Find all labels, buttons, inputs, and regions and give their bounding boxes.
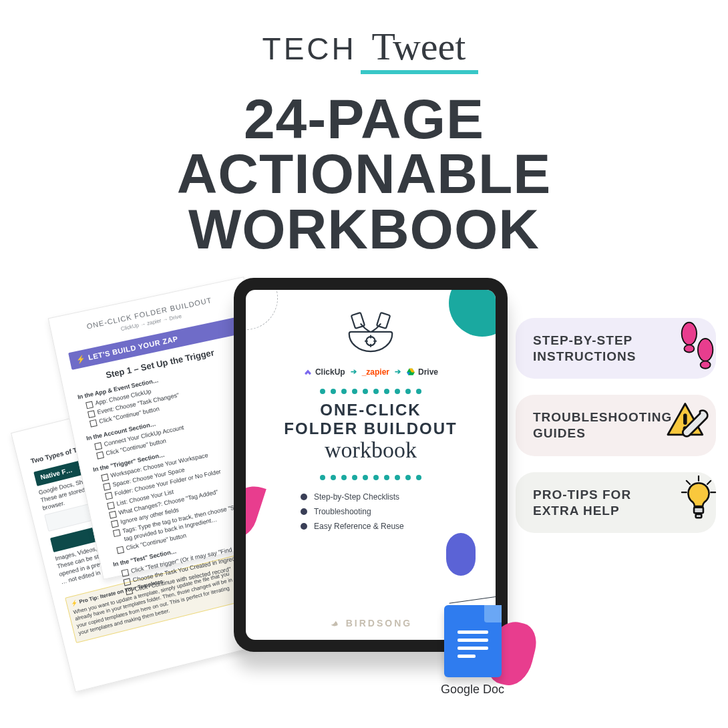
svg-point-3 [682, 322, 697, 345]
pill-text: GUIDES [533, 426, 586, 440]
svg-rect-7 [683, 414, 687, 425]
flow-zapier: _zapier [362, 367, 389, 377]
flow-drive: Drive [406, 367, 438, 377]
workbook-subtitle: workbook [264, 437, 477, 463]
flow-clickup: ClickUp [303, 367, 345, 377]
svg-rect-15 [696, 514, 702, 518]
headline-line2: ACTIONABLE [0, 146, 728, 201]
tablet-mockup: ClickUp ➔ _zapier ➔ Drive ONE-CLICK FOLD… [234, 278, 508, 652]
flow-drive-label: Drive [418, 367, 438, 377]
headline-line1: 24-PAGE [0, 92, 728, 146]
workbook-title-l1: ONE-CLICK [320, 401, 421, 419]
svg-line-11 [707, 480, 711, 484]
brand-part1: TECH [262, 31, 357, 66]
dot-row [264, 475, 477, 480]
svg-rect-14 [694, 507, 703, 513]
tablet-screen: ClickUp ➔ _zapier ➔ Drive ONE-CLICK FOLD… [246, 290, 496, 640]
lightbulb-icon [677, 475, 720, 531]
pill-protips: PRO-TIPS FOR EXTRA HELP [516, 472, 716, 534]
bullet-item: Step-by-Step Checklists [314, 492, 399, 502]
pill-text: EXTRA HELP [533, 504, 620, 518]
pill-text: STEP-BY-STEP [533, 333, 632, 347]
brand-underline [361, 70, 478, 74]
svg-line-10 [687, 480, 690, 484]
pill-step-by-step: STEP-BY-STEP INSTRUCTIONS [516, 318, 716, 379]
footsteps-icon [675, 319, 720, 379]
svg-point-6 [701, 361, 711, 368]
pill-text: PRO-TIPS FOR [533, 488, 631, 502]
headline-line3: WORKBOOK [0, 202, 728, 256]
feature-pills: STEP-BY-STEP INSTRUCTIONS TROUBLESHOOTIN… [516, 318, 716, 534]
dot-row [264, 389, 477, 394]
pill-text: TROUBLESHOOTING [533, 410, 672, 424]
pill-troubleshooting: TROUBLESHOOTING GUIDES [516, 395, 716, 456]
mixing-bowl-icon [264, 310, 477, 357]
google-doc-label: Google Doc [441, 683, 504, 697]
workbook-title: ONE-CLICK FOLDER BUILDOUT [264, 401, 477, 437]
google-doc-badge: Google Doc [441, 605, 504, 697]
arrow-icon: ➔ [351, 367, 357, 376]
svg-point-5 [698, 339, 713, 361]
headline: 24-PAGE ACTIONABLE WORKBOOK [0, 92, 728, 256]
flow-row: ClickUp ➔ _zapier ➔ Drive [264, 367, 477, 377]
decor-shape-pink [246, 480, 266, 546]
warning-wrench-icon [664, 399, 720, 452]
arrow-icon: ➔ [395, 367, 401, 376]
svg-point-4 [684, 345, 694, 352]
pill-text: INSTRUCTIONS [533, 349, 636, 363]
google-doc-icon [444, 605, 502, 677]
workbook-bullets: Step-by-Step Checklists Troubleshooting … [301, 492, 441, 531]
brand-part2: Tweet [372, 25, 466, 68]
decor-line-shape [441, 536, 496, 604]
brand-logo: TECH Tweet [0, 24, 728, 69]
bullet-item: Troubleshooting [314, 507, 371, 516]
flow-clickup-label: ClickUp [315, 367, 345, 377]
bullet-item: Easy Reference & Reuse [314, 522, 404, 531]
workbook-title-l2: FOLDER BUILDOUT [284, 419, 457, 437]
